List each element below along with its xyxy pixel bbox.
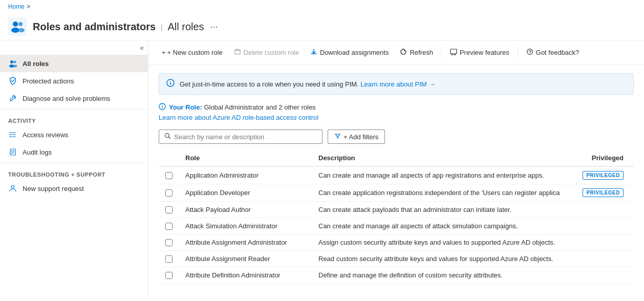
delete-custom-role-label: Delete custom role [244, 49, 299, 56]
row-checkbox-cell [159, 251, 179, 267]
preview-features-button[interactable]: Preview features [445, 46, 514, 59]
download-icon [310, 48, 317, 57]
info-banner-text: Get just-in-time access to a role when y… [180, 80, 435, 88]
svg-rect-17 [11, 152, 14, 153]
delete-custom-role-button[interactable]: Delete custom role [229, 46, 304, 59]
page-header: Roles and administrators | All roles ··· [0, 13, 644, 40]
row-checkbox[interactable] [165, 272, 173, 279]
sidebar-label-all-roles: All roles [23, 60, 49, 68]
list-icon [8, 130, 17, 139]
page-subtitle: All roles [167, 21, 204, 33]
table-row: Attribute Assignment Administrator Assig… [159, 234, 634, 251]
svg-point-8 [14, 65, 17, 68]
feedback-icon [526, 48, 533, 57]
svg-point-4 [18, 28, 25, 32]
svg-point-29 [162, 105, 162, 105]
svg-point-2 [11, 28, 19, 33]
trash-icon [234, 48, 241, 57]
role-name-cell: Attribute Definition Administrator [179, 267, 312, 284]
svg-rect-14 [11, 137, 16, 137]
got-feedback-button[interactable]: Got feedback? [521, 46, 585, 59]
col-role: Role [179, 150, 312, 166]
refresh-label: Refresh [410, 49, 433, 56]
role-privileged-cell [572, 267, 634, 284]
row-checkbox[interactable] [165, 172, 173, 179]
svg-rect-9 [10, 132, 11, 133]
svg-rect-18 [11, 153, 13, 154]
role-privileged-cell: PRIVILEGED [572, 166, 634, 184]
sidebar-item-protected-actions[interactable]: Protected actions [0, 72, 148, 90]
sidebar-label-access-reviews: Access reviews [23, 131, 69, 139]
role-privileged-cell [572, 251, 634, 267]
row-checkbox[interactable] [165, 206, 173, 213]
breadcrumb-home[interactable]: Home [8, 3, 25, 10]
plus-icon: + [162, 49, 166, 56]
role-info: Your Role: Global Administrator and 2 ot… [159, 103, 634, 121]
refresh-button[interactable]: Refresh [395, 46, 438, 59]
person-icon [8, 184, 17, 193]
svg-rect-20 [235, 50, 240, 54]
row-checkbox-cell [159, 202, 179, 218]
sidebar-divider-2 [0, 163, 148, 163]
roles-icon [8, 59, 17, 68]
svg-rect-25 [170, 82, 171, 85]
svg-point-26 [170, 81, 171, 82]
toolbar-separator-1 [441, 47, 442, 59]
search-icon [164, 133, 171, 141]
privileged-badge: PRIVILEGED [583, 171, 624, 180]
role-name-cell: Attribute Assignment Administrator [179, 234, 312, 251]
search-filter-bar: + Add filters [159, 130, 634, 144]
preview-icon [450, 48, 457, 57]
svg-rect-11 [10, 134, 11, 135]
info-circle-icon-small [159, 103, 166, 112]
sidebar-label-protected-actions: Protected actions [23, 77, 74, 85]
role-description-cell: Read custom security attribute keys and … [312, 251, 572, 267]
col-privileged: Privileged [572, 150, 634, 166]
sidebar-item-all-roles[interactable]: All roles [0, 55, 148, 72]
row-checkbox[interactable] [165, 223, 173, 230]
row-checkbox[interactable] [165, 255, 173, 263]
role-name-cell: Attack Simulation Administrator [179, 218, 312, 234]
sidebar-collapse-button[interactable]: « [140, 44, 144, 52]
pim-link[interactable]: Learn more about PIM → [360, 80, 435, 88]
svg-point-22 [527, 49, 532, 55]
sidebar-divider-1 [0, 109, 148, 110]
new-custom-role-label: + New custom role [167, 49, 223, 56]
svg-rect-10 [11, 133, 16, 133]
shield-icon [8, 76, 17, 85]
new-custom-role-button[interactable]: + + New custom role [157, 46, 228, 59]
search-input[interactable] [174, 133, 317, 141]
col-description: Description [312, 150, 572, 166]
svg-rect-21 [450, 49, 457, 54]
row-checkbox-cell [159, 267, 179, 284]
toolbar: + + New custom role Delete custom role [148, 40, 644, 65]
add-filters-button[interactable]: + Add filters [328, 130, 385, 144]
filter-icon [334, 133, 341, 141]
svg-point-23 [529, 53, 530, 53]
download-assignments-button[interactable]: Download assignments [305, 46, 394, 59]
roles-table-container: Role Description Privileged Application … [159, 150, 634, 284]
add-filters-label: + Add filters [344, 133, 378, 141]
row-checkbox[interactable] [165, 239, 173, 246]
sidebar-item-audit-logs[interactable]: Audit logs [0, 143, 148, 161]
main-body: Get just-in-time access to a role when y… [148, 65, 644, 292]
table-row: Attack Simulation Administrator Can crea… [159, 218, 634, 234]
your-role-label: Your Role: Global Administrator and 2 ot… [169, 103, 316, 111]
main-content-area: + + New custom role Delete custom role [148, 40, 644, 296]
row-checkbox-cell [159, 218, 179, 234]
role-privileged-cell [572, 202, 634, 218]
info-circle-icon [166, 79, 175, 89]
sidebar-section-activity: Activity [0, 112, 148, 126]
svg-point-19 [11, 185, 14, 188]
sidebar-item-new-support-request[interactable]: New support request [0, 180, 148, 197]
rbac-learn-more-link[interactable]: Learn more about Azure AD role-based acc… [159, 114, 318, 121]
role-privileged-cell [572, 234, 634, 251]
preview-features-label: Preview features [460, 49, 509, 56]
page-title: Roles and administrators [33, 21, 156, 33]
sidebar-item-diagnose-solve[interactable]: Diagnose and solve problems [0, 90, 148, 107]
more-options-icon[interactable]: ··· [210, 22, 218, 32]
row-checkbox[interactable] [165, 189, 173, 197]
role-description-cell: Assign custom security attribute keys an… [312, 234, 572, 251]
sidebar-item-access-reviews[interactable]: Access reviews [0, 126, 148, 143]
svg-rect-16 [11, 150, 14, 151]
